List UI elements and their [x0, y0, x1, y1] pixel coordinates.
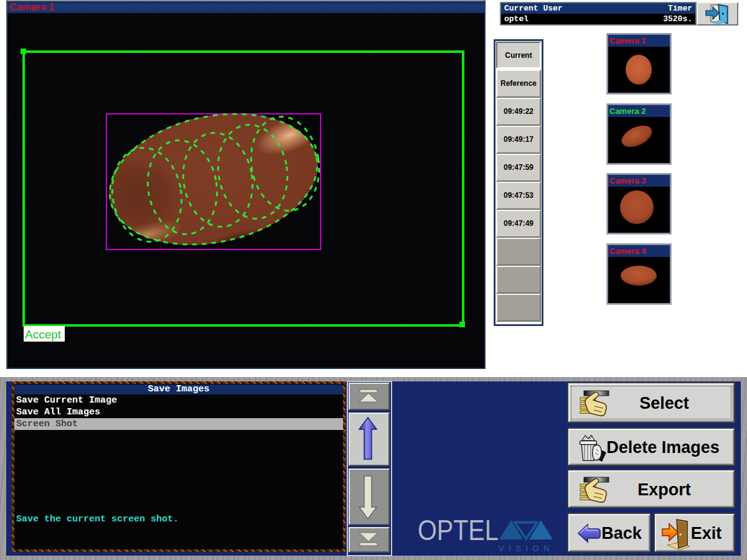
- svg-text:VISION: VISION: [499, 544, 554, 553]
- svg-text:Accept: Accept: [25, 328, 62, 341]
